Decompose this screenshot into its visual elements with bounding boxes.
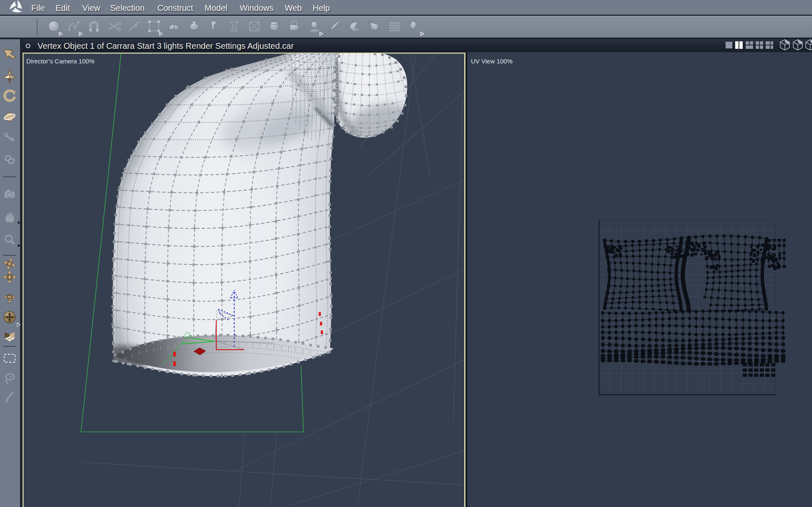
svg-text:Selection: Selection [110, 3, 144, 13]
svg-text:Windows: Windows [240, 3, 273, 13]
svg-text:Help: Help [313, 3, 330, 13]
svg-text:Vertex Object 1 of Carrara Sta: Vertex Object 1 of Carrara Start 3 light… [38, 41, 294, 50]
svg-text:Construct: Construct [157, 3, 193, 13]
svg-text:Model: Model [205, 3, 227, 13]
svg-text:UV View 100%: UV View 100% [471, 58, 513, 65]
svg-text:Web: Web [285, 3, 302, 13]
svg-text:Director’s Camera 100%: Director’s Camera 100% [26, 58, 95, 65]
svg-text:View: View [82, 3, 101, 13]
svg-text:File: File [31, 3, 45, 13]
svg-text:Edit: Edit [56, 3, 70, 13]
